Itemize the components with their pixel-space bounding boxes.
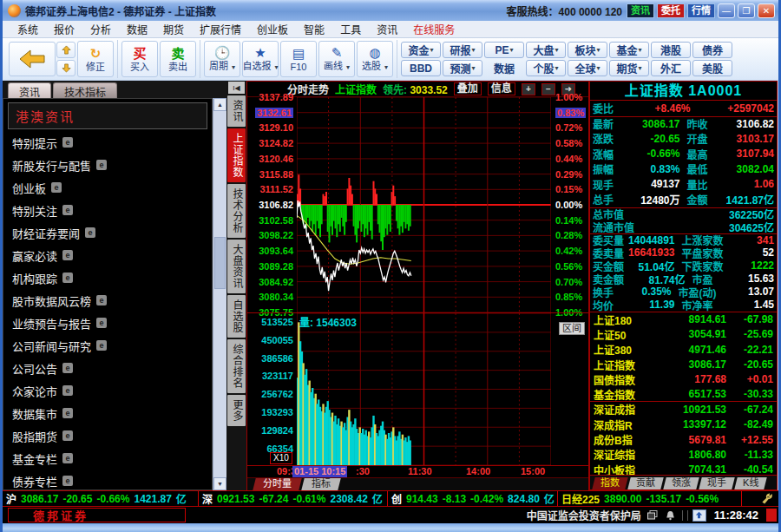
sidebar-item-债券专栏[interactable]: 债券专栏e	[3, 470, 212, 490]
news-quick-button[interactable]: 资讯	[627, 3, 654, 18]
sidebar-item-财经证券要闻[interactable]: 财经证券要闻e	[3, 221, 212, 244]
sidebar-scrollbar[interactable]: ▲ ▼	[213, 98, 226, 490]
toolbar-button-外汇[interactable]: 外汇	[651, 60, 691, 76]
toolbar-button-美股[interactable]: 美股	[692, 60, 732, 76]
toolbar-button-周期[interactable]: 🕒周期 ▾	[204, 41, 240, 77]
up-button[interactable]	[56, 42, 75, 58]
menu-item-在线服务[interactable]: 在线服务	[405, 22, 463, 36]
sidebar-item-业绩预告与报告[interactable]: 业绩预告与报告e	[3, 312, 212, 334]
toolbar-button-基金[interactable]: 基金▾	[609, 42, 649, 58]
down-button[interactable]	[56, 60, 75, 76]
sidebar-item-赢家必读[interactable]: 赢家必读e	[3, 244, 212, 266]
sidebar-item-创业板[interactable]: 创业板e	[3, 176, 212, 199]
scroll-thumb[interactable]	[214, 237, 226, 289]
sell-button[interactable]: 卖 卖出	[160, 41, 196, 77]
toolbar-button-数据[interactable]: 数据	[484, 60, 524, 76]
quote-tab-指数[interactable]: 指数	[592, 477, 627, 489]
sidebar-item-机构跟踪[interactable]: 机构跟踪e	[3, 266, 212, 289]
restore-button[interactable]: ❐	[738, 3, 755, 18]
toolbar-button-预测[interactable]: 预测▾	[443, 60, 482, 76]
toolbar-button-BBD[interactable]: BBD	[401, 60, 441, 76]
window-copy-icon[interactable]	[646, 509, 660, 522]
overlay-button[interactable]: 叠加	[454, 82, 482, 95]
index-row-上证380[interactable]: 上证3804971.46-22.21	[590, 342, 777, 357]
zoom-in-button[interactable]: +	[522, 83, 535, 95]
volume-chart[interactable]	[297, 313, 551, 465]
toolbar-button-自选报[interactable]: ★自选报 ▾	[242, 41, 279, 77]
vtab-综合排名[interactable]: 综合排名	[227, 339, 246, 393]
scroll-down-icon[interactable]: ▼	[213, 477, 226, 490]
quote-tab-贡献[interactable]: 贡献	[627, 477, 663, 489]
collapse-sidebar-icon[interactable]: I◀	[228, 82, 245, 94]
quote-quick-button[interactable]: 行情	[687, 3, 715, 18]
index-row-基金指数[interactable]: 基金指数6517.53-30.33	[590, 387, 777, 402]
sidebar-item-数据集市[interactable]: 数据集市e	[3, 402, 212, 424]
sidebar-tab-技术指标[interactable]: 技术指标	[53, 82, 117, 98]
menu-item-工具[interactable]: 工具	[332, 22, 369, 36]
menu-item-扩展行情[interactable]: 扩展行情	[192, 22, 249, 36]
toolbar-button-大盘[interactable]: 大盘▾	[526, 42, 566, 58]
vtab-资讯[interactable]: 资讯	[227, 95, 246, 127]
menu-item-创业板[interactable]: 创业板	[249, 22, 296, 36]
chart-tab-指标[interactable]: 指标	[301, 478, 340, 490]
menu-item-分析[interactable]: 分析	[82, 22, 119, 36]
index-row-上证50[interactable]: 上证503054.91-25.69	[590, 327, 777, 342]
vtab-大盘资讯[interactable]: 大盘资讯	[227, 240, 246, 293]
right-edge-scrollbar[interactable]	[778, 81, 778, 490]
sidebar-item-公司新闻与研究[interactable]: 公司新闻与研究e	[3, 334, 212, 357]
buy-button[interactable]: 买 买入	[121, 41, 158, 77]
minimize-button[interactable]: —	[718, 3, 735, 18]
toolbar-button-个股[interactable]: 个股▾	[526, 60, 566, 76]
toolbar-button-全球[interactable]: 全球▾	[568, 60, 607, 76]
vtab-更多[interactable]: 更多	[227, 395, 246, 426]
index-row-深证成指[interactable]: 深证成指10921.53-67.24	[590, 402, 777, 417]
menu-item-报价[interactable]: 报价	[46, 22, 82, 36]
sidebar-tab-资讯[interactable]: 资讯	[8, 82, 51, 98]
volume-chart-pane[interactable]: 量: 1546303 51352545005538658632311725676…	[247, 312, 588, 465]
toolbar-button-选股[interactable]: ◍选股 ▾	[357, 41, 393, 77]
sidebar-item-股指期货[interactable]: 股指期货e	[3, 424, 212, 447]
toolbar-button-期货[interactable]: 期货▾	[609, 60, 649, 76]
sidebar-item-股市数据风云榜[interactable]: 股市数据风云榜e	[3, 289, 212, 312]
index-row-成份B指[interactable]: 成份B指5679.81+12.55	[590, 432, 777, 447]
toolbar-button-F10[interactable]: ▤F10	[280, 41, 317, 77]
quote-tab-领涨[interactable]: 领涨	[663, 477, 699, 489]
quote-tab-现手[interactable]: 现手	[699, 477, 734, 489]
bell-icon[interactable]	[664, 509, 678, 522]
vtab-自选股[interactable]: 自选股	[227, 295, 246, 338]
sidebar-item-特别关注[interactable]: 特别关注e	[3, 199, 212, 221]
chart-tab-分时量[interactable]: 分时量	[253, 478, 301, 490]
trade-quick-button[interactable]: 委托	[657, 3, 685, 18]
intraday-price-chart[interactable]	[297, 97, 551, 312]
upload-arrow-icon[interactable]	[692, 509, 706, 522]
toolbar-button-研报[interactable]: 研报▾	[443, 42, 482, 58]
range-button[interactable]: 区间	[559, 322, 585, 335]
zoom-out-button[interactable]: −	[541, 83, 555, 95]
menu-item-数据[interactable]: 数据	[119, 22, 155, 36]
vtab-技术分析[interactable]: 技术分析	[227, 184, 246, 238]
sidebar-item-公司公告[interactable]: 公司公告e	[3, 357, 212, 379]
wrench-icon[interactable]	[742, 493, 778, 504]
sidebar-item-特别提示[interactable]: 特别提示e	[3, 131, 212, 154]
scroll-up-icon[interactable]: ▲	[213, 98, 226, 111]
toolbar-button-画线[interactable]: ✎画线 ▾	[318, 41, 355, 77]
index-row-上证指数[interactable]: 上证指数3086.17-20.65	[590, 357, 777, 371]
menu-item-期货[interactable]: 期货	[155, 22, 192, 36]
menu-item-智能[interactable]: 智能	[296, 22, 332, 36]
sidebar-item-基金专栏[interactable]: 基金专栏e	[3, 447, 212, 470]
info-button[interactable]: 信息	[488, 82, 515, 95]
index-row-深成指R[interactable]: 深成指R13397.12-82.49	[590, 417, 777, 432]
sidebar-item-众家论市[interactable]: 众家论市e	[3, 379, 212, 402]
toolbar-button-资金[interactable]: 资金▾	[401, 42, 441, 58]
index-row-国债指数[interactable]: 国债指数177.68+0.01	[590, 372, 777, 387]
index-row-深证综指[interactable]: 深证综指1806.80-11.33	[590, 447, 777, 462]
toolbar-button-债券[interactable]: 债券	[692, 42, 732, 58]
price-chart-pane[interactable]: 3137.893132.613129.103124.823120.463115.…	[247, 97, 588, 312]
toolbar-button-PE[interactable]: PE▾	[484, 42, 524, 58]
index-row-上证180[interactable]: 上证1808914.61-67.98	[590, 312, 777, 327]
revise-button[interactable]: ↻ 修正	[77, 41, 114, 77]
quote-tab-K线[interactable]: K线	[734, 477, 767, 489]
toolbar-button-板块[interactable]: 板块▾	[568, 42, 607, 58]
vtab-上证指数[interactable]: 上证指数	[227, 128, 246, 182]
menu-item-系统[interactable]: 系统	[10, 22, 46, 36]
